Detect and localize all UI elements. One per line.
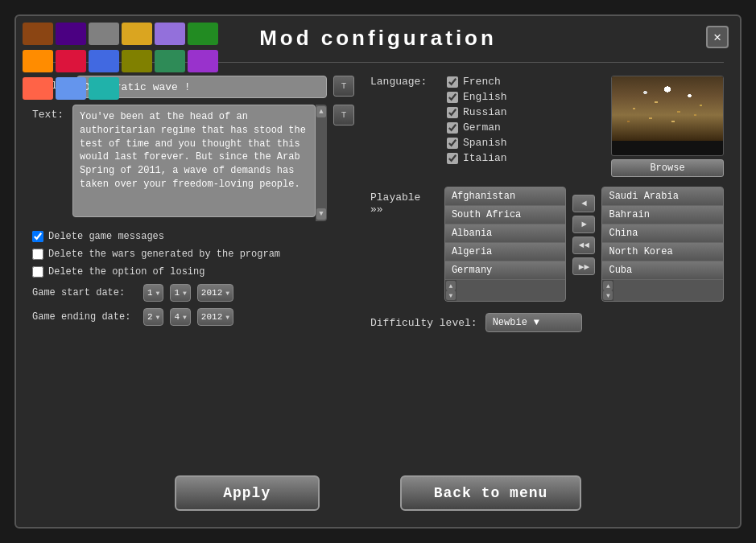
decorative-block bbox=[155, 23, 185, 45]
language-item: French bbox=[447, 76, 595, 88]
checkbox-cb1[interactable] bbox=[32, 231, 43, 242]
transfer-btn-3[interactable]: ▶▶ bbox=[572, 257, 595, 275]
checkbox-row: Delete the wars generated by the program bbox=[32, 249, 354, 260]
language-name: Spanish bbox=[463, 137, 507, 149]
main-window: Mod configuration ✕ Title: T Text: ▲ ▼ bbox=[14, 14, 742, 529]
right-country-item[interactable]: Saudi Arabia bbox=[602, 187, 723, 206]
playable-label: Playable »» bbox=[370, 187, 438, 216]
language-name: French bbox=[463, 76, 501, 88]
right-countries-items: Saudi ArabiaBahrainChinaNorth KoreaCuba bbox=[602, 187, 723, 280]
lang-checkbox-italian[interactable] bbox=[447, 153, 458, 164]
decorative-block bbox=[23, 23, 53, 45]
language-name: English bbox=[463, 91, 507, 103]
language-list: FrenchEnglishRussianGermanSpanishItalian bbox=[447, 76, 595, 177]
dropdown-arrow-icon: ▼ bbox=[183, 314, 187, 321]
language-item: Italian bbox=[447, 152, 595, 164]
language-label: Language: bbox=[370, 76, 431, 177]
date-day-dropdown[interactable]: 1▼ bbox=[143, 284, 163, 302]
date-value: 1 bbox=[174, 288, 180, 298]
right-country-item[interactable]: Bahrain bbox=[602, 206, 723, 224]
right-country-list: Saudi ArabiaBahrainChinaNorth KoreaCuba … bbox=[601, 187, 724, 302]
date-value: 4 bbox=[174, 312, 180, 322]
text-btn[interactable]: T bbox=[333, 105, 354, 125]
difficulty-dropdown[interactable]: Newbie ▼ bbox=[485, 313, 582, 332]
left-countries-items: AfghanistanSouth AfricaAlbaniaAlgeriaGer… bbox=[445, 187, 566, 280]
main-content: Title: T Text: ▲ ▼ T Delete game message… bbox=[16, 68, 740, 340]
right-country-item[interactable]: China bbox=[602, 224, 723, 243]
decorative-block bbox=[23, 77, 53, 100]
title-btn[interactable]: T bbox=[333, 76, 354, 97]
left-country-list: AfghanistanSouth AfricaAlbaniaAlgeriaGer… bbox=[444, 187, 567, 302]
lang-checkbox-english[interactable] bbox=[447, 92, 458, 103]
checkbox-cb2[interactable] bbox=[32, 249, 43, 260]
date-year-dropdown[interactable]: 2012▼ bbox=[197, 308, 233, 326]
decorative-block bbox=[89, 77, 119, 100]
right-scroll-down[interactable]: ▼ bbox=[603, 290, 613, 300]
decorative-blocks bbox=[16, 16, 233, 109]
language-item: Russian bbox=[447, 106, 595, 118]
language-name: German bbox=[463, 121, 501, 134]
lang-checkbox-french[interactable] bbox=[447, 76, 458, 88]
language-name: Russian bbox=[463, 106, 507, 118]
right-country-item[interactable]: Cuba bbox=[602, 261, 723, 280]
checkbox-row: Delete the option of losing bbox=[32, 266, 354, 278]
browse-button[interactable]: Browse bbox=[611, 159, 724, 177]
language-name: Italian bbox=[463, 152, 507, 164]
decorative-block bbox=[89, 23, 119, 45]
lang-checkbox-russian[interactable] bbox=[447, 107, 458, 118]
bottom-bar: Apply Back to menu bbox=[16, 475, 740, 511]
transfer-btn-0[interactable]: ◄ bbox=[572, 195, 595, 212]
left-country-item[interactable]: South Africa bbox=[445, 206, 566, 224]
decorative-block bbox=[23, 50, 53, 72]
checkbox-cb3[interactable] bbox=[32, 266, 43, 278]
playable-section: Playable »» AfghanistanSouth AfricaAlban… bbox=[370, 187, 724, 302]
date-year-dropdown[interactable]: 2012▼ bbox=[197, 284, 233, 302]
text-area-wrapper: ▲ ▼ bbox=[72, 105, 327, 221]
language-item: English bbox=[447, 91, 595, 103]
lang-checkbox-german[interactable] bbox=[447, 122, 458, 134]
decorative-block bbox=[89, 50, 119, 72]
scroll-down-arrow[interactable]: ▼ bbox=[316, 208, 326, 220]
preview-inner bbox=[612, 76, 723, 141]
transfer-btn-1[interactable]: ► bbox=[572, 216, 595, 233]
dropdown-arrow-icon: ▼ bbox=[225, 314, 229, 321]
left-country-item[interactable]: Afghanistan bbox=[445, 187, 566, 206]
difficulty-label: Difficulty level: bbox=[370, 317, 477, 329]
date-label: Game ending date: bbox=[32, 311, 137, 323]
dates-container: Game start date:1▼1▼2012▼Game ending dat… bbox=[32, 284, 354, 326]
dropdown-arrow-icon: ▼ bbox=[534, 317, 539, 328]
right-country-item[interactable]: North Korea bbox=[602, 243, 723, 261]
difficulty-row: Difficulty level: Newbie ▼ bbox=[370, 313, 724, 332]
text-input[interactable] bbox=[72, 105, 316, 217]
date-month-dropdown[interactable]: 1▼ bbox=[170, 284, 190, 302]
transfer-buttons: ◄►◄◄▶▶ bbox=[572, 187, 595, 283]
left-panel: Title: T Text: ▲ ▼ T Delete game message… bbox=[32, 76, 354, 332]
scroll-up-arrow[interactable]: ▲ bbox=[316, 106, 326, 117]
text-scrollbar[interactable]: ▲ ▼ bbox=[316, 105, 327, 221]
back-to-menu-button[interactable]: Back to menu bbox=[400, 475, 582, 511]
apply-button[interactable]: Apply bbox=[175, 475, 320, 511]
date-row: Game ending date:2▼4▼2012▼ bbox=[32, 308, 354, 326]
left-country-item[interactable]: Algeria bbox=[445, 243, 566, 261]
left-scroll-down[interactable]: ▼ bbox=[446, 290, 456, 300]
close-button[interactable]: ✕ bbox=[706, 26, 729, 48]
transfer-btn-2[interactable]: ◄◄ bbox=[572, 237, 595, 254]
left-list-scrollbar[interactable]: ▲ ▼ bbox=[445, 280, 456, 301]
language-item: Spanish bbox=[447, 137, 595, 149]
date-row: Game start date:1▼1▼2012▼ bbox=[32, 284, 354, 302]
lang-checkbox-spanish[interactable] bbox=[447, 138, 458, 149]
right-scroll-up[interactable]: ▲ bbox=[603, 281, 613, 290]
right-panel: Language: FrenchEnglishRussianGermanSpan… bbox=[370, 76, 724, 332]
date-month-dropdown[interactable]: 4▼ bbox=[170, 308, 190, 326]
image-section: Browse bbox=[611, 76, 724, 177]
crowd-image bbox=[612, 76, 723, 141]
right-list-scrollbar[interactable]: ▲ ▼ bbox=[602, 280, 613, 301]
date-day-dropdown[interactable]: 2▼ bbox=[143, 308, 163, 326]
left-scroll-up[interactable]: ▲ bbox=[446, 281, 456, 290]
checkboxes-section: Delete game messagesDelete the wars gene… bbox=[32, 231, 354, 278]
language-item: German bbox=[447, 121, 595, 134]
decorative-block bbox=[122, 23, 152, 45]
left-country-item[interactable]: Albania bbox=[445, 224, 566, 243]
text-field-row: Text: ▲ ▼ T bbox=[32, 105, 354, 221]
left-country-item[interactable]: Germany bbox=[445, 261, 566, 280]
